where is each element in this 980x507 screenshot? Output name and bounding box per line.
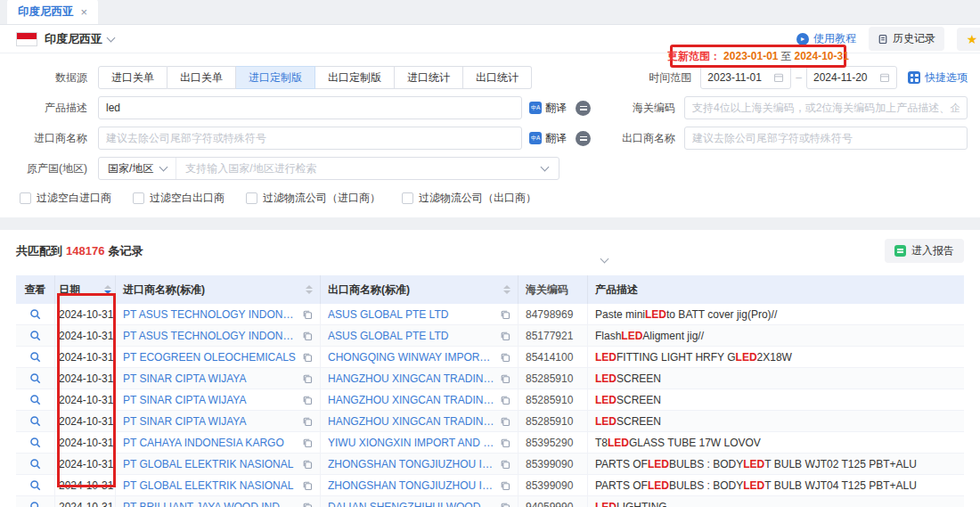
exporter-link[interactable]: DALIAN SHENGZHIHUI WOOD INDUST... [328, 501, 494, 507]
view-icon[interactable] [29, 437, 41, 448]
view-icon[interactable] [29, 351, 41, 363]
exporter-input[interactable] [684, 127, 968, 150]
filter-checkbox[interactable]: 过滤空白进口商 [20, 191, 111, 206]
view-icon[interactable] [29, 415, 41, 427]
sort-icons[interactable] [503, 285, 510, 294]
col-header-hscode: 海关编码 [519, 275, 588, 304]
hs-code-input[interactable] [684, 96, 968, 119]
tab-indonesia[interactable]: 印度尼西亚 × [7, 0, 98, 24]
table-row: 2024-10-31PT GLOBAL ELEKTRIK NASIONALZHO… [16, 454, 964, 475]
col-header-date[interactable]: 日期 [55, 275, 116, 304]
copy-icon[interactable] [500, 437, 510, 448]
col-header-importer[interactable]: 进口商名称(标准) [116, 275, 321, 304]
filter-checkbox[interactable]: 过滤物流公司（出口商） [402, 191, 536, 206]
circle-list-icon[interactable] [576, 101, 591, 116]
data-source-tab[interactable]: 进口统计 [395, 66, 463, 89]
col-header-exporter[interactable]: 出口商名称(标准) [321, 275, 519, 304]
importer-link[interactable]: PT SINAR CIPTA WIJAYA [123, 394, 297, 406]
copy-icon[interactable] [302, 373, 313, 384]
exporter-link[interactable]: ZHONGSHAN TONGJIUZHOU INTERNA... [328, 458, 494, 470]
close-icon[interactable]: × [81, 5, 88, 19]
history-label: 历史记录 [893, 31, 935, 46]
importer-link[interactable]: PT GLOBAL ELEKTRIK NASIONAL [123, 458, 297, 470]
exporter-link[interactable]: ASUS GLOBAL PTE LTD [328, 308, 494, 321]
translate-button[interactable]: 中A 翻译 [529, 101, 567, 116]
tab-title: 印度尼西亚 [18, 4, 74, 20]
sort-icons[interactable] [306, 285, 313, 294]
view-icon[interactable] [29, 479, 41, 491]
checkbox-icon[interactable] [133, 192, 144, 204]
origin-country-select[interactable]: 国家/地区 [99, 158, 176, 179]
translate-button[interactable]: 中A 翻译 [529, 131, 567, 146]
origin-select-box[interactable]: 国家/地区 支持输入国家/地区进行检索 [98, 157, 559, 180]
filter-checkbox[interactable]: 过滤物流公司（进口商） [246, 191, 380, 206]
filter-checkbox[interactable]: 过滤空白出口商 [133, 191, 225, 206]
view-icon[interactable] [29, 308, 41, 320]
copy-icon[interactable] [302, 352, 313, 363]
row-product-desc: LED SCREEN [588, 368, 964, 388]
copy-icon[interactable] [500, 373, 510, 384]
sort-icons[interactable] [104, 285, 111, 294]
history-button[interactable]: 历史记录 [869, 27, 944, 51]
copy-icon[interactable] [500, 331, 510, 341]
quick-options-button[interactable]: 快捷选项 [908, 70, 968, 86]
importer-link[interactable]: PT GLOBAL ELEKTRIK NASIONAL [123, 479, 297, 492]
importer-link[interactable]: PT ECOGREEN OLEOCHEMICALS [123, 351, 297, 364]
exporter-link[interactable]: HANGZHOU XINGCAN TRADING CO LTD [328, 394, 494, 406]
view-icon[interactable] [29, 501, 41, 507]
row-hscode: 94059990 [519, 496, 588, 507]
view-icon[interactable] [29, 330, 41, 341]
importer-link[interactable]: PT SINAR CIPTA WIJAYA [123, 372, 297, 385]
data-source-tab[interactable]: 出口统计 [463, 66, 532, 89]
exporter-link[interactable]: HANGZHOU XINGCAN TRADING CO LTD [328, 372, 494, 385]
col-header-view[interactable]: 查看 [16, 275, 55, 304]
data-source-tab[interactable]: 出口定制版 [315, 66, 395, 89]
checkbox-icon[interactable] [20, 192, 31, 204]
favorite-button[interactable]: ★ [957, 28, 980, 51]
view-icon[interactable] [29, 394, 41, 405]
importer-link[interactable]: PT CAHAYA INDONESIA KARGO [123, 437, 297, 449]
date-start-input[interactable] [707, 71, 768, 84]
exporter-link[interactable]: YIWU XIONGXIN IMPORT AND EXPORT... [328, 437, 494, 449]
date-end-input[interactable] [813, 71, 874, 84]
copy-icon[interactable] [500, 395, 510, 405]
copy-icon[interactable] [500, 502, 510, 507]
copy-icon[interactable] [500, 352, 510, 363]
data-source-tab[interactable]: 进口定制版 [236, 66, 315, 89]
copy-icon[interactable] [302, 331, 313, 341]
copy-icon[interactable] [302, 459, 313, 470]
date-end-box[interactable] [806, 66, 897, 89]
copy-icon[interactable] [302, 502, 313, 507]
product-desc-input[interactable] [98, 96, 522, 119]
importer-input[interactable] [98, 127, 522, 150]
enter-report-button[interactable]: 进入报告 [885, 239, 964, 263]
copy-icon[interactable] [500, 459, 510, 470]
copy-icon[interactable] [500, 309, 510, 320]
copy-icon[interactable] [302, 395, 313, 405]
exporter-link[interactable]: CHONGQING WINWAY IMPORT AND E... [328, 351, 494, 364]
copy-icon[interactable] [302, 437, 313, 448]
exporter-link[interactable]: HANGZHOU XINGCAN TRADING CO LTD [328, 415, 494, 428]
data-source-tab[interactable]: 出口关单 [167, 66, 236, 89]
importer-link[interactable]: PT ASUS TECHNOLOGY INDONESIA BA... [123, 308, 297, 321]
importer-link[interactable]: PT SINAR CIPTA WIJAYA [123, 415, 297, 428]
copy-icon[interactable] [500, 480, 510, 491]
importer-link[interactable]: PT ASUS TECHNOLOGY INDONESIA BA... [123, 330, 297, 342]
importer-link[interactable]: PT BRILLIANT JAYA WOOD INDUSTRY [123, 501, 297, 507]
copy-icon[interactable] [302, 416, 313, 427]
copy-icon[interactable] [302, 309, 313, 320]
chevron-down-icon[interactable] [107, 33, 116, 42]
date-start-box[interactable] [700, 66, 791, 89]
view-icon[interactable] [29, 458, 41, 470]
checkbox-icon[interactable] [246, 192, 257, 204]
exporter-link[interactable]: ASUS GLOBAL PTE LTD [328, 330, 494, 342]
copy-icon[interactable] [302, 480, 313, 491]
circle-list-icon[interactable] [576, 131, 591, 146]
exporter-link[interactable]: ZHONGSHAN TONGJIUZHOU INTERNA... [328, 479, 494, 492]
checkbox-icon[interactable] [402, 192, 413, 204]
copy-icon[interactable] [500, 416, 510, 427]
results-panel: 共匹配到148176条记录 进入报告 查看 日期 进口商名称(标准) 出口商名称… [0, 230, 980, 507]
data-source-tab[interactable]: 进口关单 [98, 66, 167, 89]
view-icon[interactable] [29, 372, 41, 384]
row-product-desc: LED LIGHTING [588, 496, 964, 507]
